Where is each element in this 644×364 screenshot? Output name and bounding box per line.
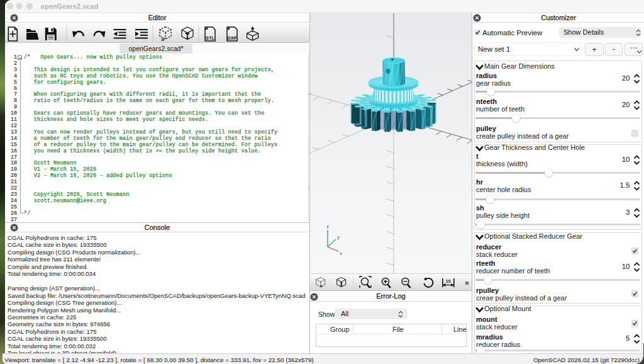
svg-text:STL: STL [206, 35, 215, 41]
svg-text:DXF: DXF [227, 35, 237, 41]
svg-text:»: » [161, 36, 165, 43]
svg-text:»: » [465, 278, 469, 287]
svg-text:10: 10 [446, 279, 451, 283]
svg-text:y: y [337, 234, 340, 240]
svg-text:z: z [326, 224, 329, 229]
svg-text:»: » [320, 283, 323, 289]
svg-text:x: x [340, 251, 342, 256]
